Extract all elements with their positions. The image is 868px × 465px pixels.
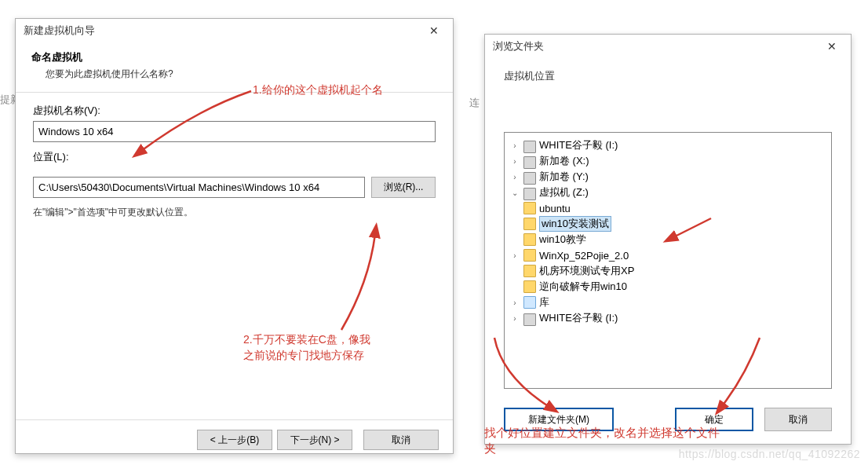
drive-icon [523,313,536,326]
tree-item-drive[interactable]: ⌄虚拟机 (Z:) [506,185,830,200]
vm-location-label: 位置(L): [33,150,436,164]
tree-item-folder[interactable]: 机房环境测试专用XP [506,263,830,279]
folder-tree[interactable]: ›WHITE谷子毅 (I:) ›新加卷 (X:) ›新加卷 (Y:) ⌄虚拟机 … [504,132,832,389]
browse-titlebar: 浏览文件夹 ✕ [485,35,851,58]
tree-item-folder-selected[interactable]: win10安装测试 [506,216,830,232]
close-icon[interactable]: ✕ [815,35,849,57]
watermark: https://blog.csdn.net/qq_41092262 [679,448,860,460]
folder-icon [523,218,536,230]
wizard-header: 命名虚拟机 您要为此虚拟机使用什么名称? [16,42,453,93]
new-vm-wizard-dialog: 新建虚拟机向导 ✕ 命名虚拟机 您要为此虚拟机使用什么名称? 虚拟机名称(V):… [15,18,454,454]
new-folder-button[interactable]: 新建文件夹(M) [504,408,614,431]
tree-item-library[interactable]: ›库 [506,295,830,310]
wizard-title: 新建虚拟机向导 [24,24,95,38]
drive-icon [523,156,536,169]
browse-title: 浏览文件夹 [493,39,544,53]
ok-button[interactable]: 确定 [675,408,753,431]
location-hint: 在"编辑">"首选项"中可更改默认位置。 [33,206,436,219]
cancel-button[interactable]: 取消 [363,430,439,450]
browse-subtitle: 虚拟机位置 [485,58,851,88]
vm-name-input[interactable] [33,121,436,142]
bg-text-right: 连 [469,96,480,110]
library-icon [523,296,536,309]
wizard-heading: 命名虚拟机 [31,50,440,64]
tree-item-drive[interactable]: ›WHITE谷子毅 (I:) [506,310,830,326]
folder-icon [523,249,536,262]
browse-folder-dialog: 浏览文件夹 ✕ 虚拟机位置 ›WHITE谷子毅 (I:) ›新加卷 (X:) ›… [484,34,852,445]
cancel-button[interactable]: 取消 [764,408,832,431]
drive-icon [523,188,536,200]
back-button[interactable]: < 上一步(B) [197,430,272,450]
close-icon[interactable]: ✕ [417,20,451,42]
tree-item-folder[interactable]: 逆向破解专用win10 [506,279,830,295]
browse-footer: 新建文件夹(M) 确定 取消 [504,408,832,431]
tree-item-folder[interactable]: win10教学 [506,232,830,247]
folder-icon [523,265,536,277]
wizard-subheading: 您要为此虚拟机使用什么名称? [31,68,440,81]
browse-button[interactable]: 浏览(R)... [371,177,436,198]
wizard-footer: < 上一步(B) 下一步(N) > 取消 [16,419,453,460]
wizard-titlebar: 新建虚拟机向导 ✕ [16,19,453,42]
next-button[interactable]: 下一步(N) > [277,430,352,450]
folder-icon [523,202,536,214]
folder-icon [523,233,536,246]
folder-icon [523,280,536,293]
vm-name-label: 虚拟机名称(V): [33,104,436,118]
tree-item-drive[interactable]: ›WHITE谷子毅 (I:) [506,137,830,153]
tree-item-drive[interactable]: ›新加卷 (Y:) [506,169,830,185]
tree-item-folder[interactable]: ubuntu [506,200,830,216]
drive-icon [523,172,536,185]
drive-icon [523,141,536,153]
tree-item-drive[interactable]: ›新加卷 (X:) [506,153,830,169]
vm-location-input[interactable] [33,177,365,198]
tree-item-folder[interactable]: ›WinXp_52Pojie_2.0 [506,247,830,263]
